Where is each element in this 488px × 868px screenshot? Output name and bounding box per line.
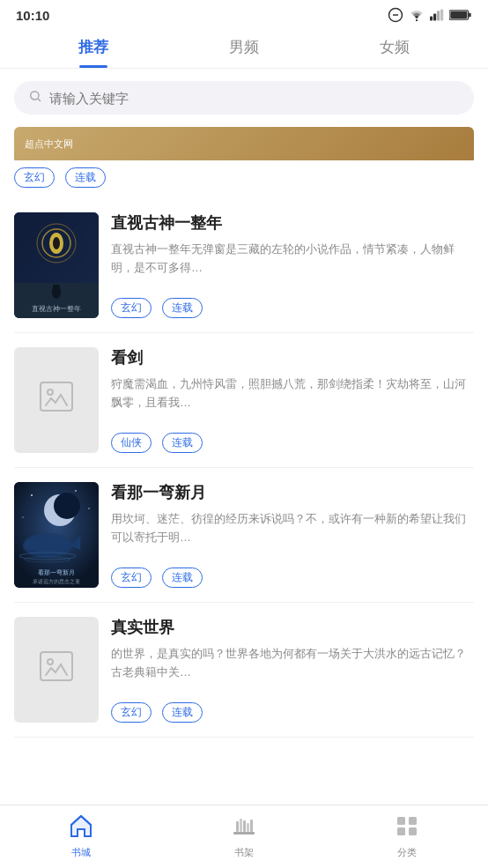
book-desc: 狩魔需渴血，九州恃风雷，照胆撼八荒，那剑绕指柔！灾劫将至，山河飘零，且看我… xyxy=(111,375,474,426)
status-bar: 10:10 xyxy=(0,0,488,26)
svg-rect-5 xyxy=(437,11,440,20)
svg-rect-41 xyxy=(240,819,242,832)
svg-rect-3 xyxy=(430,17,433,21)
svg-rect-42 xyxy=(243,820,246,832)
search-icon xyxy=(28,89,42,107)
nav-shelf[interactable]: 书架 xyxy=(218,811,270,863)
book-tags: 玄幻 连载 xyxy=(111,568,474,588)
book-info: 真实世界 的世界，是真实的吗？世界各地为何都有一场关于大洪水的远古记忆？古老典籍… xyxy=(111,617,474,723)
search-bar[interactable] xyxy=(14,81,474,115)
svg-text:承诺远方的思念之著: 承诺远方的思念之著 xyxy=(33,578,80,584)
svg-point-27 xyxy=(88,508,90,509)
svg-rect-48 xyxy=(409,827,417,835)
list-item[interactable]: 直视古神一整年 直视古神一整年 直视古神一整年无弹窗是三藏的左轮的小说作品，情节… xyxy=(14,198,474,333)
book-cover-shijie xyxy=(14,617,99,723)
placeholder-icon xyxy=(39,650,74,690)
book-tag-xuanhuan[interactable]: 玄幻 xyxy=(111,702,152,723)
book-cover-kanjian xyxy=(14,347,99,453)
svg-line-11 xyxy=(38,99,41,101)
book-info: 看那一弯新月 用坎坷、迷茫、彷徨的经历来诉说吗？不，或许有一种新的希望让我们可以… xyxy=(111,482,474,588)
svg-point-23 xyxy=(48,389,53,395)
nav-shelf-label: 书架 xyxy=(234,846,254,859)
book-tag-lianzai[interactable]: 连载 xyxy=(162,433,203,453)
svg-rect-40 xyxy=(236,821,239,832)
nav-category[interactable]: 分类 xyxy=(381,811,433,863)
svg-point-10 xyxy=(31,92,39,100)
battery-icon xyxy=(449,9,472,21)
wifi-icon xyxy=(409,9,425,21)
list-item[interactable]: 真实世界 的世界，是真实的吗？世界各地为何都有一场关于大洪水的远古记忆？古老典籍… xyxy=(14,603,474,738)
book-tags: 仙侠 连载 xyxy=(111,433,474,453)
tab-female[interactable]: 女频 xyxy=(362,26,427,68)
bottom-nav: 书城 书架 分类 xyxy=(0,805,488,868)
book-desc: 的世界，是真实的吗？世界各地为何都有一场关于大洪水的远古记忆？古老典籍中关… xyxy=(111,645,474,695)
banner-source-label: 超点中文网 xyxy=(25,137,73,151)
svg-rect-20 xyxy=(53,285,60,297)
banner-tag-1[interactable]: 连载 xyxy=(65,167,106,188)
svg-rect-46 xyxy=(409,817,417,825)
status-time: 10:10 xyxy=(16,8,49,23)
tab-recommend[interactable]: 推荐 xyxy=(61,26,126,68)
signal-icon xyxy=(388,7,403,23)
book-tag-xuanhuan[interactable]: 玄幻 xyxy=(111,298,152,318)
book-title: 直视古神一整年 xyxy=(111,212,474,234)
featured-banner-item: 超点中文网 玄幻 连载 xyxy=(14,127,474,188)
status-icons xyxy=(388,7,472,23)
tab-male[interactable]: 男频 xyxy=(211,26,277,68)
svg-point-28 xyxy=(22,516,24,518)
book-info: 看剑 狩魔需渴血，九州恃风雷，照胆撼八荒，那剑绕指柔！灾劫将至，山河飘零，且看我… xyxy=(111,347,474,453)
svg-text:直视古神一整年: 直视古神一整年 xyxy=(32,305,81,313)
list-item[interactable]: 看那一弯新月 承诺远方的思念之著 看那一弯新月 用坎坷、迷茫、彷徨的经历来诉说吗… xyxy=(14,468,474,603)
book-tag-xianxia[interactable]: 仙侠 xyxy=(111,433,152,453)
svg-rect-4 xyxy=(433,13,436,20)
svg-point-38 xyxy=(48,659,53,664)
svg-rect-37 xyxy=(41,652,72,680)
book-desc: 直视古神一整年无弹窗是三藏的左轮的小说作品，情节紧凑，人物鲜明，是不可多得… xyxy=(111,241,474,291)
book-title: 看剑 xyxy=(111,347,474,368)
shelf-icon xyxy=(232,814,256,843)
placeholder-icon xyxy=(39,381,74,420)
svg-rect-47 xyxy=(397,827,405,835)
book-cover-newyue: 看那一弯新月 承诺远方的思念之著 xyxy=(14,482,99,588)
list-item[interactable]: 看剑 狩魔需渴血，九州恃风雷，照胆撼八荒，那剑绕指柔！灾劫将至，山河飘零，且看我… xyxy=(14,333,474,468)
featured-banner: 超点中文网 xyxy=(14,127,474,160)
cellular-icon xyxy=(430,9,444,21)
svg-text:看那一弯新月: 看那一弯新月 xyxy=(38,569,75,575)
svg-point-26 xyxy=(75,490,77,492)
book-title: 真实世界 xyxy=(111,617,474,638)
svg-point-31 xyxy=(54,493,80,519)
nav-category-label: 分类 xyxy=(397,846,417,859)
book-tag-lianzai[interactable]: 连载 xyxy=(162,298,203,318)
home-icon xyxy=(69,814,93,843)
book-tag-lianzai[interactable]: 连载 xyxy=(162,702,203,723)
svg-point-18 xyxy=(53,237,60,249)
banner-tag-0[interactable]: 玄幻 xyxy=(14,167,55,188)
book-tag-xuanhuan[interactable]: 玄幻 xyxy=(111,568,152,588)
book-info: 直视古神一整年 直视古神一整年无弹窗是三藏的左轮的小说作品，情节紧凑，人物鲜明，… xyxy=(111,212,474,318)
svg-point-25 xyxy=(31,494,33,496)
book-tags: 玄幻 连载 xyxy=(111,298,474,318)
book-tag-lianzai[interactable]: 连载 xyxy=(162,568,203,588)
book-tags: 玄幻 连载 xyxy=(111,702,474,723)
svg-rect-22 xyxy=(41,382,72,411)
book-title: 看那一弯新月 xyxy=(111,482,474,503)
svg-rect-9 xyxy=(469,13,471,17)
top-tabs: 推荐 男频 女频 xyxy=(0,26,488,69)
svg-rect-8 xyxy=(450,11,467,19)
svg-rect-45 xyxy=(397,817,405,825)
svg-rect-39 xyxy=(233,832,255,835)
grid-icon xyxy=(395,814,419,843)
svg-rect-6 xyxy=(440,10,443,21)
nav-bookstore[interactable]: 书城 xyxy=(55,811,107,863)
svg-point-2 xyxy=(416,19,418,21)
nav-bookstore-label: 书城 xyxy=(71,846,91,859)
book-list: 超点中文网 玄幻 连载 xyxy=(0,127,488,738)
svg-rect-44 xyxy=(250,820,253,832)
book-desc: 用坎坷、迷茫、彷徨的经历来诉说吗？不，或许有一种新的希望让我们可以寄托于明… xyxy=(111,510,474,560)
book-cover-zhishi: 直视古神一整年 xyxy=(14,212,99,318)
search-input[interactable] xyxy=(49,91,460,106)
svg-rect-43 xyxy=(247,823,249,832)
